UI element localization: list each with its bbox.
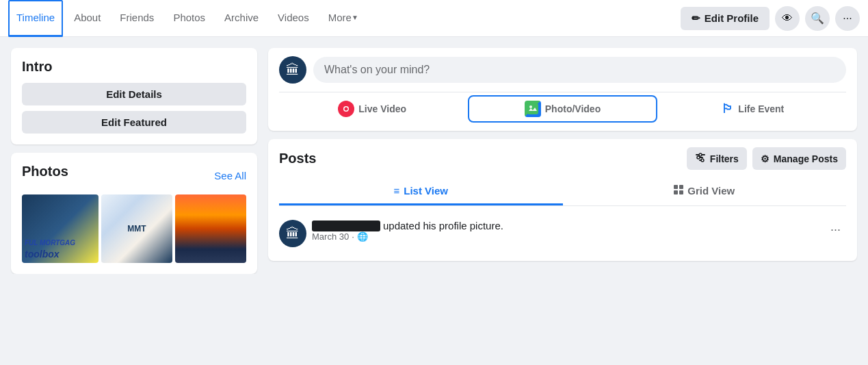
svg-point-1 xyxy=(345,108,348,111)
live-video-icon xyxy=(338,101,354,117)
posts-section: Posts Filt xyxy=(268,139,857,261)
photo-thumb-1[interactable]: FUL MORTGAG toolbox xyxy=(22,194,98,263)
post-date: March 30 · 🌐 xyxy=(312,231,819,242)
posts-header: Posts Filt xyxy=(279,147,846,170)
post-menu-button[interactable]: ··· xyxy=(825,220,846,240)
left-column: Intro Edit Details Edit Featured Photos … xyxy=(11,48,257,274)
nav-tab-about[interactable]: About xyxy=(66,0,109,37)
composer-actions: Live Video Photo/Video 🏳 xyxy=(279,95,846,123)
grid-view-tab[interactable]: Grid View xyxy=(563,178,847,205)
eye-icon: 👁 xyxy=(782,12,793,25)
svg-point-9 xyxy=(697,156,700,159)
posts-view-tabs: ≡ List View Grid View xyxy=(279,178,846,206)
right-column: 🏛 What's on your mind? Live Video xyxy=(268,48,857,274)
building-icon: 🏛 xyxy=(286,62,300,78)
svg-rect-14 xyxy=(679,190,683,194)
svg-rect-13 xyxy=(674,190,678,194)
svg-point-10 xyxy=(701,159,704,162)
see-all-link[interactable]: See All xyxy=(214,170,246,181)
edit-featured-button[interactable]: Edit Featured xyxy=(22,111,246,134)
photo-thumb-2[interactable]: MMT xyxy=(101,194,172,263)
posts-title: Posts xyxy=(279,151,687,166)
composer-input[interactable]: What's on your mind? xyxy=(313,57,846,83)
edit-details-button[interactable]: Edit Details xyxy=(22,83,246,105)
svg-rect-11 xyxy=(674,185,678,189)
composer-avatar: 🏛 xyxy=(279,56,306,84)
ellipsis-icon: ··· xyxy=(843,12,852,25)
manage-posts-button[interactable]: ⚙ Manage Posts xyxy=(752,147,846,170)
filters-icon xyxy=(695,152,706,165)
intro-card: Intro Edit Details Edit Featured xyxy=(11,48,257,144)
post-action-text: updated his profile picture. xyxy=(383,220,503,231)
life-event-button[interactable]: 🏳 Life Event xyxy=(660,98,846,121)
photo-text-mortgage: FUL MORTGAG toolbox xyxy=(25,236,75,260)
dot-separator: · xyxy=(352,231,354,242)
post-avatar-icon: 🏛 xyxy=(286,226,300,242)
eye-button[interactable]: 👁 xyxy=(775,6,800,31)
top-navigation: Timeline About Friends Photos Archive Vi… xyxy=(0,0,868,37)
svg-point-4 xyxy=(529,105,532,108)
list-icon: ≡ xyxy=(393,185,399,197)
edit-profile-button[interactable]: ✏ Edit Profile xyxy=(681,7,770,30)
svg-point-8 xyxy=(699,153,702,156)
life-event-icon: 🏳 xyxy=(722,102,734,116)
gear-icon: ⚙ xyxy=(761,153,770,164)
photo-thumb-3[interactable] xyxy=(175,194,246,263)
nav-tab-friends[interactable]: Friends xyxy=(111,0,162,37)
list-view-tab[interactable]: ≡ List View xyxy=(279,178,563,205)
nav-actions: ✏ Edit Profile 👁 🔍 ··· xyxy=(681,6,860,31)
nav-tab-photos[interactable]: Photos xyxy=(165,0,213,37)
chevron-down-icon: ▼ xyxy=(352,14,358,21)
more-options-button[interactable]: ··· xyxy=(835,6,860,31)
composer-divider xyxy=(279,92,846,92)
globe-icon: 🌐 xyxy=(357,231,368,242)
post-avatar: 🏛 xyxy=(279,220,306,247)
nav-tab-timeline[interactable]: Timeline xyxy=(8,0,63,37)
svg-rect-12 xyxy=(679,185,683,189)
post-composer: 🏛 What's on your mind? Live Video xyxy=(268,48,857,131)
post-author-name-redacted xyxy=(312,221,380,231)
photo-video-button[interactable]: Photo/Video xyxy=(468,95,657,123)
photos-title: Photos xyxy=(22,164,68,179)
filters-button[interactable]: Filters xyxy=(687,147,747,170)
nav-tab-more[interactable]: More ▼ xyxy=(320,0,367,37)
photos-grid: FUL MORTGAG toolbox MMT xyxy=(22,194,246,263)
post-author: updated his profile picture. xyxy=(312,220,819,231)
photos-card: Photos See All FUL MORTGAG toolbox MMT xyxy=(11,153,257,274)
nav-tab-archive[interactable]: Archive xyxy=(216,0,267,37)
search-button[interactable]: 🔍 xyxy=(805,6,830,31)
photo-mmt-label: MMT xyxy=(127,224,146,234)
post-meta: updated his profile picture. March 30 · … xyxy=(312,220,819,242)
composer-top: 🏛 What's on your mind? xyxy=(279,56,846,84)
post-item: 🏛 updated his profile picture. March 30 … xyxy=(279,214,846,253)
search-icon: 🔍 xyxy=(811,12,824,25)
intro-title: Intro xyxy=(22,59,246,75)
main-content: Intro Edit Details Edit Featured Photos … xyxy=(0,37,868,274)
live-video-button[interactable]: Live Video xyxy=(279,97,465,121)
posts-actions: Filters ⚙ Manage Posts xyxy=(687,147,846,170)
photo-video-icon xyxy=(525,101,541,117)
photos-header: Photos See All xyxy=(22,164,246,188)
pencil-icon: ✏ xyxy=(692,12,700,25)
nav-tab-videos[interactable]: Videos xyxy=(269,0,317,37)
svg-rect-3 xyxy=(527,103,533,114)
grid-icon xyxy=(674,185,683,197)
